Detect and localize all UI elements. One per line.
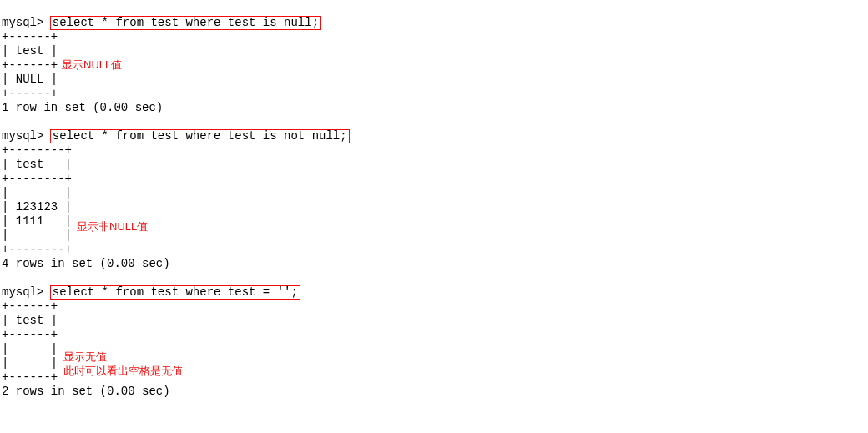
table-border: +------+ [2, 370, 58, 384]
annotation-empty-2: 此时可以看出空格是无值 [63, 365, 183, 378]
table-row: | 123123 | [2, 200, 72, 214]
sql-query-1: select * from test where test is null; [50, 16, 321, 30]
table-border: +------+ [2, 58, 58, 72]
table-border: +--------+ [2, 243, 72, 256]
mysql-prompt: mysql> [2, 16, 51, 29]
table-row: | NULL | [2, 73, 58, 86]
table-border: +--------+ [2, 172, 72, 185]
mysql-prompt: mysql> [2, 285, 51, 299]
annotation-empty-1: 显示无值 [63, 350, 107, 364]
table-row: | | [2, 342, 58, 355]
table-border: +--------+ [2, 143, 72, 157]
mysql-terminal: mysql> select * from test where test is … [0, 0, 868, 433]
table-header: | test | [2, 44, 58, 58]
table-header: | test | [2, 158, 72, 171]
table-row: | | [2, 229, 72, 242]
table-row: | | [2, 356, 58, 370]
table-row: | 1111 | [2, 214, 72, 228]
table-border: +------+ [2, 300, 58, 313]
result-summary: 4 rows in set (0.00 sec) [2, 257, 170, 270]
table-header: | test | [2, 314, 58, 327]
mysql-prompt: mysql> [2, 129, 51, 143]
annotation-not-null: 显示非NULL值 [77, 220, 148, 234]
sql-query-2: select * from test where test is not nul… [50, 129, 350, 143]
result-summary: 2 rows in set (0.00 sec) [2, 385, 170, 398]
table-border: +------+ [2, 87, 58, 100]
table-border: +------+ [2, 30, 58, 43]
table-row: | | [2, 186, 72, 199]
result-summary: 1 row in set (0.00 sec) [2, 101, 163, 114]
sql-query-3: select * from test where test = ''; [50, 285, 300, 300]
annotation-null: 显示NULL值 [62, 58, 122, 72]
table-border: +------+ [2, 328, 58, 341]
